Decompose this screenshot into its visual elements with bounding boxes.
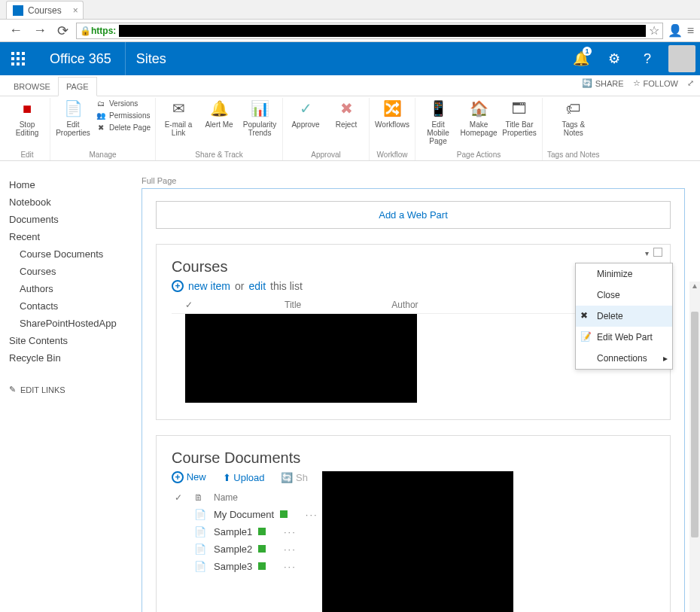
edit-list-link[interactable]: edit bbox=[248, 280, 266, 292]
edit-properties-label: Edit Properties bbox=[55, 120, 91, 137]
ribbon-group-page-actions: 📱Edit Mobile Page 🏠Make Homepage 🗔Title … bbox=[415, 98, 543, 160]
permissions-button[interactable]: 👥Permissions bbox=[96, 110, 151, 120]
chrome-menu-icon[interactable]: ≡ bbox=[687, 24, 694, 38]
alert-me-button[interactable]: 🔔Alert Me bbox=[201, 98, 237, 129]
brand-label[interactable]: Office 365 bbox=[36, 51, 125, 67]
reject-icon: ✖ bbox=[336, 98, 357, 119]
new-doc-button[interactable]: + New bbox=[172, 471, 206, 483]
ellipsis-icon[interactable]: ··· bbox=[306, 509, 318, 520]
nav-site-contents[interactable]: Site Contents bbox=[9, 332, 132, 349]
svg-rect-1 bbox=[17, 52, 20, 55]
ellipsis-icon[interactable]: ··· bbox=[284, 561, 297, 572]
menu-close[interactable]: Close bbox=[576, 285, 672, 306]
ellipsis-icon[interactable]: ··· bbox=[284, 526, 297, 537]
browser-tab[interactable]: Courses × bbox=[6, 1, 84, 19]
file-name[interactable]: Sample1 bbox=[214, 526, 266, 537]
vertical-scrollbar[interactable]: ▲ ▼ bbox=[689, 282, 700, 612]
scroll-up-icon[interactable]: ▲ bbox=[689, 282, 700, 292]
star-icon[interactable]: ☆ bbox=[649, 23, 659, 38]
nav-recent[interactable]: Recent bbox=[9, 228, 132, 245]
share-button[interactable]: 🔄SHARE bbox=[582, 78, 624, 88]
check-all-icon[interactable]: ✓ bbox=[175, 492, 185, 503]
menu-edit-webpart[interactable]: 📝Edit Web Part bbox=[576, 327, 672, 348]
webpart-select-checkbox[interactable] bbox=[653, 248, 662, 257]
new-item-link[interactable]: new item bbox=[188, 280, 230, 292]
back-icon[interactable]: ← bbox=[6, 23, 26, 38]
address-bar[interactable]: 🔒 https: ☆ bbox=[76, 23, 663, 39]
popularity-trends-button[interactable]: 📊Popularity Trends bbox=[242, 98, 278, 137]
email-link-label: E-mail a Link bbox=[160, 120, 196, 137]
edit-links-button[interactable]: ✎EDIT LINKS bbox=[9, 385, 132, 394]
workspace: Home Notebook Documents Recent Course Do… bbox=[0, 161, 700, 612]
focus-icon[interactable]: ⤢ bbox=[687, 78, 694, 88]
avatar[interactable] bbox=[668, 45, 695, 72]
group-label-approval: Approval bbox=[311, 149, 340, 160]
envelope-icon: ✉ bbox=[168, 98, 189, 119]
make-home-label: Make Homepage bbox=[461, 120, 498, 137]
add-webpart-button[interactable]: Add a Web Part bbox=[156, 201, 671, 229]
tab-close-icon[interactable]: × bbox=[73, 5, 78, 16]
edit-mobile-button[interactable]: 📱Edit Mobile Page bbox=[420, 98, 456, 145]
file-type-icon: 🗎 bbox=[194, 492, 205, 503]
left-nav: Home Notebook Documents Recent Course Do… bbox=[0, 161, 142, 410]
nav-notebook[interactable]: Notebook bbox=[9, 193, 132, 211]
tab-browse[interactable]: BROWSE bbox=[6, 78, 58, 96]
make-homepage-button[interactable]: 🏠Make Homepage bbox=[461, 98, 497, 137]
webpart-zone: Add a Web Part ▾ Courses + new item or e… bbox=[142, 188, 685, 612]
upload-button[interactable]: ⬆ Upload bbox=[223, 472, 265, 483]
settings-gear-icon[interactable]: ⚙ bbox=[598, 42, 631, 75]
ribbon-group-approval: ✓Approve ✖Reject Approval bbox=[283, 98, 370, 160]
delete-icon: ✖ bbox=[96, 122, 106, 132]
col-name[interactable]: Name bbox=[214, 492, 238, 503]
nav-recycle-bin[interactable]: Recycle Bin bbox=[9, 349, 132, 367]
file-name[interactable]: My Document bbox=[214, 509, 288, 520]
help-icon[interactable]: ? bbox=[631, 42, 664, 75]
menu-delete-label: Delete bbox=[597, 311, 623, 321]
titlebar-properties-button[interactable]: 🗔Title Bar Properties bbox=[501, 98, 537, 137]
workflows-button[interactable]: 🔀Workflows bbox=[374, 98, 410, 129]
nav-documents[interactable]: Documents bbox=[9, 211, 132, 228]
menu-delete[interactable]: ✖Delete bbox=[576, 306, 672, 327]
scroll-thumb[interactable] bbox=[691, 312, 698, 537]
sync-icon: 🔄 bbox=[281, 472, 293, 483]
app-launcher-icon[interactable] bbox=[0, 42, 36, 75]
user-icon[interactable]: 👤 bbox=[668, 23, 683, 38]
nav-sphostedapp[interactable]: SharePointHostedApp bbox=[9, 315, 132, 332]
forward-icon[interactable]: → bbox=[30, 23, 50, 38]
plus-circle-icon[interactable]: + bbox=[172, 280, 184, 292]
menu-minimize-label: Minimize bbox=[597, 269, 632, 279]
notifications-icon[interactable]: 🔔1 bbox=[565, 42, 598, 75]
stop-editing-button[interactable]: ■Stop Editing bbox=[9, 98, 45, 137]
ellipsis-icon[interactable]: ··· bbox=[284, 543, 297, 555]
col-author[interactable]: Author bbox=[391, 300, 418, 310]
submenu-arrow-icon: ▸ bbox=[663, 353, 668, 364]
nav-authors[interactable]: Authors bbox=[9, 280, 132, 297]
delete-page-button[interactable]: ✖Delete Page bbox=[96, 122, 151, 132]
titlebar-icon: 🗔 bbox=[509, 98, 530, 119]
approve-button[interactable]: ✓Approve bbox=[288, 98, 324, 129]
reload-icon[interactable]: ⟳ bbox=[54, 23, 72, 39]
tab-page[interactable]: PAGE bbox=[58, 77, 97, 96]
menu-minimize[interactable]: Minimize bbox=[576, 263, 672, 285]
nav-home[interactable]: Home bbox=[9, 176, 132, 193]
file-name[interactable]: Sample2 bbox=[214, 543, 266, 555]
versions-button[interactable]: 🗂Versions bbox=[96, 98, 151, 108]
col-title[interactable]: Title bbox=[285, 300, 301, 310]
nav-courses[interactable]: Courses bbox=[9, 263, 132, 280]
svg-rect-5 bbox=[22, 57, 25, 60]
tags-notes-button[interactable]: 🏷Tags & Notes bbox=[555, 98, 592, 137]
edit-properties-button[interactable]: 📄Edit Properties bbox=[55, 98, 91, 137]
menu-connections[interactable]: Connections▸ bbox=[576, 348, 672, 369]
check-all-icon[interactable]: ✓ bbox=[185, 300, 194, 310]
nav-contacts[interactable]: Contacts bbox=[9, 297, 132, 315]
menu-edit-wp-label: Edit Web Part bbox=[597, 332, 653, 343]
file-name[interactable]: Sample3 bbox=[214, 561, 266, 572]
reject-button[interactable]: ✖Reject bbox=[328, 98, 364, 129]
redacted-url bbox=[119, 25, 645, 37]
follow-button[interactable]: ☆FOLLOW bbox=[633, 78, 678, 88]
nav-course-documents[interactable]: Course Documents bbox=[9, 245, 132, 263]
app-label[interactable]: Sites bbox=[125, 42, 177, 75]
email-link-button[interactable]: ✉E-mail a Link bbox=[160, 98, 196, 137]
webpart-menu-chevron-icon[interactable]: ▾ bbox=[645, 249, 649, 257]
edit-icon: 📝 bbox=[580, 331, 592, 342]
